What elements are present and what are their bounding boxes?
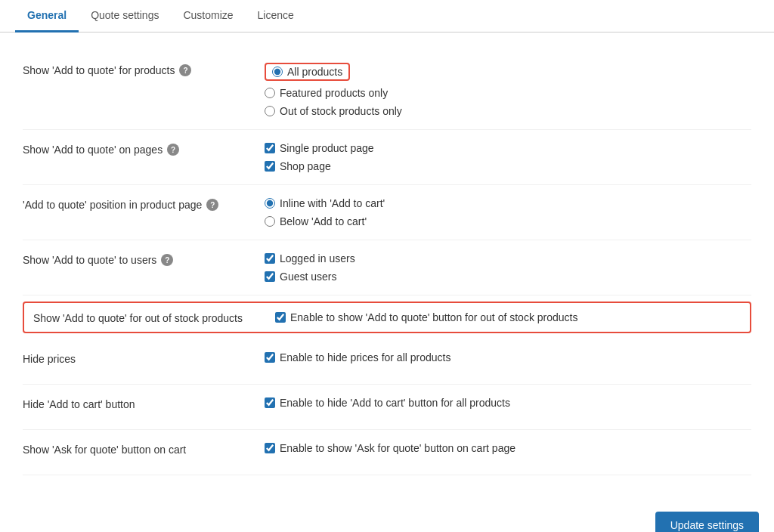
radio-below-text: Below 'Add to cart' (280, 215, 367, 227)
label-text-out-of-stock: Show 'Add to quote' for out of stock pro… (33, 312, 243, 324)
setting-label-position: 'Add to quote' position in product page … (23, 197, 265, 211)
label-text-hide-prices: Hide prices (23, 353, 76, 365)
checkbox-hide-prices-label[interactable]: Enable to hide prices for all products (265, 351, 751, 363)
help-icon-users[interactable]: ? (161, 254, 173, 266)
setting-row-out-of-stock-highlighted: Show 'Add to quote' for out of stock pro… (23, 302, 751, 333)
setting-row-hide-cart: Hide 'Add to cart' button Enable to hide… (23, 385, 751, 430)
checkbox-enable-out-of-stock[interactable] (275, 312, 286, 323)
checkbox-single-product-label[interactable]: Single product page (265, 142, 751, 154)
tab-licence[interactable]: Licence (246, 0, 306, 32)
radio-inline-label[interactable]: Inline with 'Add to cart' (265, 197, 751, 209)
checkbox-enable-out-of-stock-label[interactable]: Enable to show 'Add to quote' button for… (275, 311, 741, 323)
checkbox-ask-for-quote-text: Enable to show 'Ask for quote' button on… (280, 442, 515, 454)
radio-featured-products-text: Featured products only (280, 87, 388, 99)
radio-all-products-text: All products (287, 66, 342, 78)
checkbox-logged-in[interactable] (265, 253, 275, 264)
setting-row-hide-prices: Hide prices Enable to hide prices for al… (23, 339, 751, 385)
checkbox-shop-page-text: Shop page (280, 160, 331, 172)
radio-inline[interactable] (265, 198, 275, 209)
radio-below[interactable] (265, 216, 275, 227)
setting-label-products: Show 'Add to quote' for products ? (23, 63, 265, 76)
label-text-pages: Show 'Add to quote' on pages (23, 144, 163, 156)
label-text-ask-for-quote: Show 'Ask for quote' button on cart (23, 444, 186, 456)
label-text-users: Show 'Add to quote' to users (23, 254, 156, 266)
radio-featured-products-label[interactable]: Featured products only (265, 87, 751, 99)
radio-featured-products[interactable] (265, 88, 275, 98)
radio-all-products[interactable] (272, 66, 283, 77)
label-text-hide-cart: Hide 'Add to cart' button (23, 398, 135, 410)
tab-customize[interactable]: Customize (171, 0, 245, 32)
controls-pages: Single product page Shop page (265, 142, 751, 172)
controls-hide-cart: Enable to hide 'Add to cart' button for … (265, 397, 751, 409)
controls-out-of-stock: Enable to show 'Add to quote' button for… (275, 311, 741, 323)
checkbox-guest[interactable] (265, 271, 275, 282)
setting-row-ask-for-quote: Show 'Ask for quote' button on cart Enab… (23, 430, 751, 475)
setting-label-hide-cart: Hide 'Add to cart' button (23, 397, 265, 410)
radio-all-products-label[interactable]: All products (265, 63, 751, 81)
help-icon-pages[interactable]: ? (167, 144, 179, 156)
checkbox-guest-text: Guest users (280, 271, 336, 283)
setting-label-ask-for-quote: Show 'Ask for quote' button on cart (23, 442, 265, 456)
label-text-position: 'Add to quote' position in product page (23, 199, 202, 211)
checkbox-hide-cart-text: Enable to hide 'Add to cart' button for … (280, 397, 510, 409)
setting-label-hide-prices: Hide prices (23, 351, 265, 365)
setting-row-users: Show 'Add to quote' to users ? Logged in… (23, 240, 751, 295)
controls-ask-for-quote: Enable to show 'Ask for quote' button on… (265, 442, 751, 454)
label-text-products: Show 'Add to quote' for products (23, 64, 175, 76)
checkbox-hide-cart-label[interactable]: Enable to hide 'Add to cart' button for … (265, 397, 751, 409)
all-products-highlight: All products (265, 63, 350, 81)
checkbox-enable-out-of-stock-text: Enable to show 'Add to quote' button for… (290, 311, 577, 323)
setting-label-users: Show 'Add to quote' to users ? (23, 252, 265, 266)
checkbox-guest-label[interactable]: Guest users (265, 271, 751, 283)
setting-row-position: 'Add to quote' position in product page … (23, 185, 751, 240)
checkbox-single-product[interactable] (265, 143, 275, 153)
checkbox-hide-prices[interactable] (265, 352, 275, 363)
checkbox-hide-cart[interactable] (265, 397, 275, 408)
controls-hide-prices: Enable to hide prices for all products (265, 351, 751, 363)
setting-label-out-of-stock: Show 'Add to quote' for out of stock pro… (33, 311, 275, 324)
setting-label-pages: Show 'Add to quote' on pages ? (23, 142, 265, 156)
radio-out-of-stock-products-text: Out of stock products only (280, 105, 402, 117)
help-icon-position[interactable]: ? (206, 199, 218, 211)
radio-below-label[interactable]: Below 'Add to cart' (265, 215, 751, 227)
tab-general[interactable]: General (15, 0, 79, 32)
radio-out-of-stock-products-label[interactable]: Out of stock products only (265, 105, 751, 117)
setting-row-products: Show 'Add to quote' for products ? All p… (23, 51, 751, 130)
checkbox-single-product-text: Single product page (280, 142, 374, 154)
checkbox-logged-in-text: Logged in users (280, 252, 355, 264)
page-wrapper: General Quote settings Customize Licence… (0, 0, 774, 532)
radio-out-of-stock-products[interactable] (265, 106, 275, 116)
controls-users: Logged in users Guest users (265, 252, 751, 283)
checkbox-logged-in-label[interactable]: Logged in users (265, 252, 751, 264)
controls-products: All products Featured products only Out … (265, 63, 751, 117)
update-settings-button[interactable]: Update settings (655, 512, 759, 532)
checkbox-ask-for-quote-label[interactable]: Enable to show 'Ask for quote' button on… (265, 442, 751, 454)
checkbox-shop-page-label[interactable]: Shop page (265, 160, 751, 172)
settings-content: Show 'Add to quote' for products ? All p… (0, 32, 774, 493)
tab-quote-settings[interactable]: Quote settings (79, 0, 171, 32)
radio-inline-text: Inline with 'Add to cart' (280, 197, 385, 209)
checkbox-ask-for-quote[interactable] (265, 443, 275, 453)
tabs-nav: General Quote settings Customize Licence (0, 0, 774, 32)
controls-position: Inline with 'Add to cart' Below 'Add to … (265, 197, 751, 227)
setting-row-pages: Show 'Add to quote' on pages ? Single pr… (23, 130, 751, 185)
checkbox-hide-prices-text: Enable to hide prices for all products (280, 351, 450, 363)
checkbox-shop-page[interactable] (265, 161, 275, 172)
help-icon-products[interactable]: ? (179, 64, 191, 76)
